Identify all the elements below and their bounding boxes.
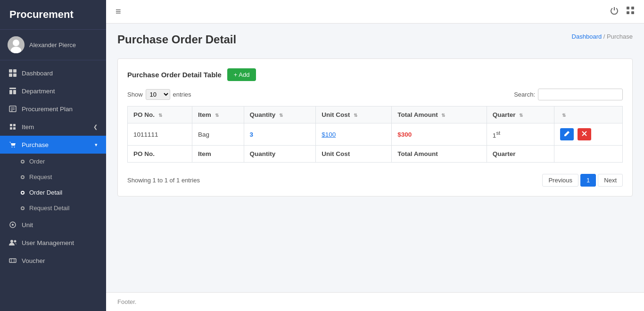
sidebar-item-order-detail-label: Order Detail: [29, 189, 62, 196]
voucher-icon: [8, 256, 17, 265]
svg-rect-3: [9, 69, 12, 73]
svg-rect-30: [631, 11, 634, 14]
col-quantity[interactable]: Quantity ⇅: [244, 106, 316, 123]
svg-rect-9: [13, 90, 16, 94]
edit-button[interactable]: [560, 128, 574, 140]
page-1-button[interactable]: 1: [580, 174, 596, 187]
page-header-row: Purchase Order Detail Dashboard / Purcha…: [117, 33, 633, 56]
col-actions: ⇅: [554, 106, 622, 123]
footer-unit-cost: Unit Cost: [316, 146, 392, 163]
sidebar-item-request[interactable]: Request: [0, 169, 106, 185]
svg-point-22: [10, 240, 13, 243]
footer-item: Item: [192, 146, 244, 163]
cell-unit-cost: $100: [316, 123, 392, 146]
request-bullet: [21, 175, 25, 179]
svg-rect-24: [9, 259, 16, 262]
svg-rect-5: [9, 74, 12, 77]
topbar-left: ≡: [116, 6, 121, 17]
add-button[interactable]: + Add: [227, 68, 256, 81]
department-icon: [8, 87, 17, 95]
previous-button[interactable]: Previous: [542, 174, 578, 187]
entries-select[interactable]: 10 25 50 100: [146, 89, 170, 100]
search-box: Search:: [514, 89, 623, 100]
sidebar-item-department[interactable]: Department: [0, 82, 106, 100]
footer-actions: [554, 146, 622, 163]
card-title: Purchase Order Detail Table: [127, 71, 222, 79]
svg-rect-16: [10, 127, 12, 130]
col-item[interactable]: Item ⇅: [192, 106, 244, 123]
sort-cost-icon: ⇅: [354, 113, 357, 118]
sidebar-item-user-management[interactable]: User Management: [0, 234, 106, 252]
sidebar-item-unit[interactable]: Unit: [0, 216, 106, 234]
sidebar-item-unit-label: Unit: [22, 221, 98, 229]
main-card: Purchase Order Detail Table + Add Show 1…: [117, 58, 633, 196]
sidebar-item-dashboard-label: Dashboard: [22, 70, 98, 77]
svg-rect-7: [9, 88, 16, 89]
brand-title: Procurement: [0, 0, 106, 30]
footer: Footer.: [106, 292, 644, 311]
card-header: Purchase Order Detail Table + Add: [127, 68, 623, 81]
svg-rect-6: [13, 74, 17, 77]
col-po-no[interactable]: PO No. ⇅: [128, 106, 192, 123]
sidebar-item-voucher[interactable]: Voucher: [0, 252, 106, 270]
svg-rect-17: [13, 127, 16, 130]
username-label: Alexander Pierce: [29, 41, 76, 49]
grid-icon[interactable]: [626, 6, 635, 17]
pagination: Previous 1 Next: [542, 174, 623, 187]
table-controls: Show 10 25 50 100 entries Search:: [127, 89, 623, 100]
sidebar-item-purchase[interactable]: Purchase ▾: [0, 136, 106, 154]
svg-rect-28: [631, 7, 634, 9]
cell-item: Bag: [192, 123, 244, 146]
item-arrow: ❮: [93, 124, 98, 130]
svg-rect-29: [627, 11, 629, 14]
search-input[interactable]: [538, 89, 623, 100]
sidebar-item-request-detail[interactable]: Request Detail: [0, 200, 106, 216]
show-entries: Show 10 25 50 100 entries: [127, 89, 191, 100]
breadcrumb-home[interactable]: Dashboard: [572, 33, 602, 40]
sidebar-item-plan-label: Procurement Plan: [22, 106, 98, 113]
order-bullet: [21, 160, 25, 164]
avatar: [8, 36, 25, 53]
table-body: 1011111 Bag 3 $100 $300 1st: [128, 123, 623, 163]
page-content: Purchase Order Detail Dashboard / Purcha…: [106, 24, 644, 292]
svg-rect-14: [10, 124, 12, 126]
show-label: Show: [127, 91, 143, 98]
topbar: ≡: [106, 0, 644, 24]
next-button[interactable]: Next: [598, 174, 623, 187]
power-icon[interactable]: [610, 6, 619, 17]
sidebar-item-item[interactable]: Item ❮: [0, 118, 106, 136]
item-icon: [8, 123, 17, 131]
dashboard-icon: [8, 69, 17, 77]
sort-actions-icon: ⇅: [562, 113, 566, 118]
total-amount-value: $300: [397, 131, 412, 138]
pagination-info: Showing 1 to 1 of 1 entries: [127, 177, 200, 184]
main-content: ≡ Purchase Order Detail Dashboard / Purc…: [106, 0, 644, 311]
svg-point-19: [14, 147, 15, 147]
sort-po-icon: ⇅: [158, 113, 162, 118]
sidebar-item-order[interactable]: Order: [0, 154, 106, 169]
col-unit-cost[interactable]: Unit Cost ⇅: [316, 106, 392, 123]
delete-button[interactable]: [578, 128, 591, 140]
menu-icon[interactable]: ≡: [116, 6, 121, 17]
svg-point-18: [12, 147, 13, 147]
sidebar-item-dashboard[interactable]: Dashboard: [0, 64, 106, 82]
cell-quantity: 3: [244, 123, 316, 146]
table-row: 1011111 Bag 3 $100 $300 1st: [128, 123, 623, 146]
topbar-right: [610, 6, 635, 17]
sort-quarter-icon: ⇅: [519, 113, 523, 118]
col-quarter[interactable]: Quarter ⇅: [487, 106, 554, 123]
sidebar-item-order-detail[interactable]: Order Detail: [0, 185, 106, 200]
page-title: Purchase Order Detail: [117, 33, 236, 46]
cell-actions: [554, 123, 622, 146]
footer-quarter: Quarter: [487, 146, 554, 163]
sidebar-item-procurement-plan[interactable]: Procurement Plan: [0, 100, 106, 118]
unit-icon: [8, 221, 17, 229]
unit-cost-value[interactable]: $100: [322, 131, 336, 138]
users-icon: [8, 238, 17, 247]
sidebar-item-request-detail-label: Request Detail: [29, 205, 69, 212]
breadcrumb: Dashboard / Purchase: [572, 33, 633, 40]
col-total-amount[interactable]: Total Amount ⇅: [392, 106, 487, 123]
data-table: PO No. ⇅ Item ⇅ Quantity ⇅ Unit Cost ⇅ T…: [127, 106, 623, 163]
sort-total-icon: ⇅: [441, 113, 445, 118]
breadcrumb-separator: /: [603, 33, 605, 40]
